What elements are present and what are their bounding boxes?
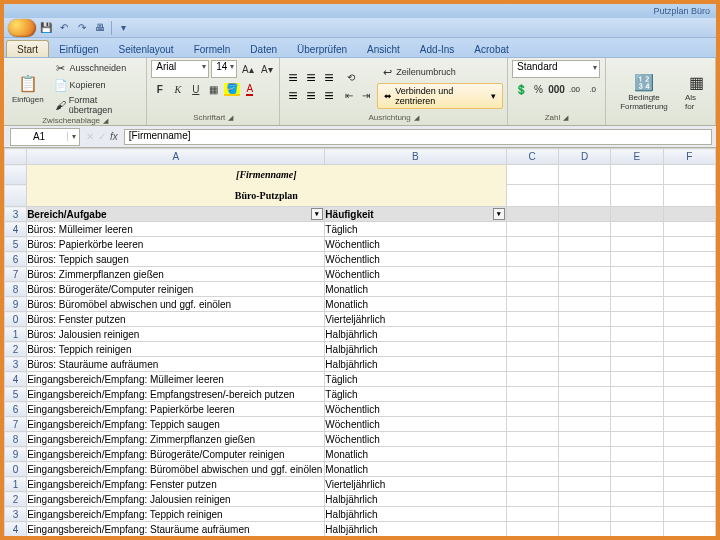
- cut-button[interactable]: ✂Ausschneiden: [51, 60, 143, 76]
- conditional-formatting-button[interactable]: 🔢 Bedingte Formatierung: [610, 69, 678, 113]
- print-preview-icon[interactable]: 🖶: [92, 20, 108, 36]
- row-header[interactable]: 5: [5, 237, 27, 252]
- row-header[interactable]: 2: [5, 342, 27, 357]
- cell-bereich[interactable]: Büros: Büromöbel abwischen und ggf. einö…: [27, 297, 325, 312]
- font-color-button[interactable]: A: [241, 81, 258, 98]
- row-header[interactable]: 3: [5, 357, 27, 372]
- cell-bereich[interactable]: Büros: Papierkörbe leeren: [27, 237, 325, 252]
- cell-bereich[interactable]: Büros: Jalousien reinigen: [27, 327, 325, 342]
- fill-color-button[interactable]: 🪣: [223, 81, 240, 98]
- row-header[interactable]: 3: [5, 207, 27, 222]
- column-header-bereich[interactable]: Bereich/Aufgabe▾: [27, 207, 325, 222]
- filter-dropdown-b[interactable]: ▾: [493, 208, 505, 220]
- cell-haeufigkeit[interactable]: Wöchentlich: [325, 432, 506, 447]
- row-header[interactable]: 4: [5, 372, 27, 387]
- redo-icon[interactable]: ↷: [74, 20, 90, 36]
- cell-bereich[interactable]: Eingangsbereich/Empfang: Fenster putzen: [27, 477, 325, 492]
- row-header[interactable]: 8: [5, 282, 27, 297]
- cell-haeufigkeit[interactable]: Halbjährlich: [325, 522, 506, 537]
- cell-haeufigkeit[interactable]: Täglich: [325, 222, 506, 237]
- increase-font-icon[interactable]: A▴: [239, 61, 256, 78]
- row-header[interactable]: 2: [5, 492, 27, 507]
- row-header[interactable]: 4: [5, 222, 27, 237]
- tab-formeln[interactable]: Formeln: [184, 41, 241, 57]
- align-top-center[interactable]: ≡: [302, 69, 319, 86]
- cell-bereich[interactable]: Büros: Teppich reinigen: [27, 342, 325, 357]
- tab-ansicht[interactable]: Ansicht: [357, 41, 410, 57]
- cell-haeufigkeit[interactable]: Halbjährlich: [325, 492, 506, 507]
- row-header[interactable]: 3: [5, 507, 27, 522]
- cell-bereich[interactable]: Büros: Mülleimer leeren: [27, 222, 325, 237]
- decrease-indent-button[interactable]: ⇤: [340, 87, 357, 104]
- cell-bereich[interactable]: Eingangsbereich/Empfang: Büromöbel abwis…: [27, 462, 325, 477]
- cell-haeufigkeit[interactable]: Täglich: [325, 372, 506, 387]
- cell-haeufigkeit[interactable]: Wöchentlich: [325, 417, 506, 432]
- tab-überprüfen[interactable]: Überprüfen: [287, 41, 357, 57]
- name-box-dropdown[interactable]: ▾: [67, 132, 79, 141]
- cell-bereich[interactable]: Büros: Stauräume aufräumen: [27, 357, 325, 372]
- row-header[interactable]: 7: [5, 417, 27, 432]
- comma-button[interactable]: 000: [548, 81, 565, 98]
- col-header-d[interactable]: D: [558, 149, 610, 165]
- increase-decimal-button[interactable]: .00: [566, 81, 583, 98]
- col-header-c[interactable]: C: [506, 149, 558, 165]
- cell-haeufigkeit[interactable]: Wöchentlich: [325, 402, 506, 417]
- row-header[interactable]: 7: [5, 267, 27, 282]
- align-bottom-center[interactable]: ≡: [302, 87, 319, 104]
- cell-haeufigkeit[interactable]: Monatlich: [325, 282, 506, 297]
- row-header[interactable]: 9: [5, 297, 27, 312]
- align-bottom-left[interactable]: ≡: [284, 87, 301, 104]
- cell-bereich[interactable]: Büros: Teppich saugen: [27, 252, 325, 267]
- italic-button[interactable]: K: [169, 81, 186, 98]
- align-bottom-right[interactable]: ≡: [320, 87, 337, 104]
- cell-bereich[interactable]: Eingangsbereich/Empfang: Teppich saugen: [27, 417, 325, 432]
- row-header[interactable]: [5, 165, 27, 185]
- qat-customize-icon[interactable]: ▾: [115, 20, 131, 36]
- cell-haeufigkeit[interactable]: Halbjährlich: [325, 342, 506, 357]
- paste-button[interactable]: 📋 Einfügen: [8, 71, 48, 106]
- copy-button[interactable]: 📄Kopieren: [51, 77, 143, 93]
- align-top-left[interactable]: ≡: [284, 69, 301, 86]
- cell-haeufigkeit[interactable]: Halbjährlich: [325, 327, 506, 342]
- cell-bereich[interactable]: Eingangsbereich/Empfang: Zimmerpflanzen …: [27, 432, 325, 447]
- fx-icon[interactable]: fx: [110, 131, 118, 142]
- cell-haeufigkeit[interactable]: Wöchentlich: [325, 237, 506, 252]
- underline-button[interactable]: U: [187, 81, 204, 98]
- cell-haeufigkeit[interactable]: Halbjährlich: [325, 507, 506, 522]
- tab-add-ins[interactable]: Add-Ins: [410, 41, 464, 57]
- cell-haeufigkeit[interactable]: Monatlich: [325, 447, 506, 462]
- row-header[interactable]: 6: [5, 252, 27, 267]
- row-header[interactable]: 1: [5, 477, 27, 492]
- tab-seitenlayout[interactable]: Seitenlayout: [109, 41, 184, 57]
- row-header[interactable]: 5: [5, 387, 27, 402]
- format-painter-button[interactable]: 🖌Format übertragen: [51, 94, 143, 116]
- orientation-button[interactable]: ⟲: [340, 69, 362, 86]
- cell-bereich[interactable]: Eingangsbereich/Empfang: Stauräume aufrä…: [27, 522, 325, 537]
- font-name-selector[interactable]: Arial: [151, 60, 209, 78]
- currency-button[interactable]: 💲: [512, 81, 529, 98]
- clipboard-dialog-launcher[interactable]: ◢: [103, 117, 108, 125]
- percent-button[interactable]: %: [530, 81, 547, 98]
- col-header-f[interactable]: F: [663, 149, 715, 165]
- row-header[interactable]: 0: [5, 462, 27, 477]
- cell-haeufigkeit[interactable]: Vierteljährlich: [325, 312, 506, 327]
- bold-button[interactable]: F: [151, 81, 168, 98]
- cell-bereich[interactable]: Eingangsbereich/Empfang: Bürogeräte/Comp…: [27, 447, 325, 462]
- col-header-a[interactable]: A: [27, 149, 325, 165]
- office-button[interactable]: [8, 19, 36, 37]
- cell-haeufigkeit[interactable]: Wöchentlich: [325, 267, 506, 282]
- cell-haeufigkeit[interactable]: Wöchentlich: [325, 252, 506, 267]
- font-dialog-launcher[interactable]: ◢: [228, 114, 233, 122]
- col-header-e[interactable]: E: [611, 149, 663, 165]
- cell-bereich[interactable]: Büros: Zimmerpflanzen gießen: [27, 267, 325, 282]
- cancel-formula-icon[interactable]: ✕: [86, 131, 94, 142]
- column-header-haeufigkeit[interactable]: Häufigkeit▾: [325, 207, 506, 222]
- col-header-b[interactable]: B: [325, 149, 506, 165]
- row-header[interactable]: [5, 185, 27, 207]
- cell-haeufigkeit[interactable]: Halbjährlich: [325, 357, 506, 372]
- cell-bereich[interactable]: Eingangsbereich/Empfang: Papierkörbe lee…: [27, 402, 325, 417]
- font-size-selector[interactable]: 14: [211, 60, 237, 78]
- row-header[interactable]: 0: [5, 312, 27, 327]
- cell-haeufigkeit[interactable]: Monatlich: [325, 462, 506, 477]
- alignment-dialog-launcher[interactable]: ◢: [414, 114, 419, 122]
